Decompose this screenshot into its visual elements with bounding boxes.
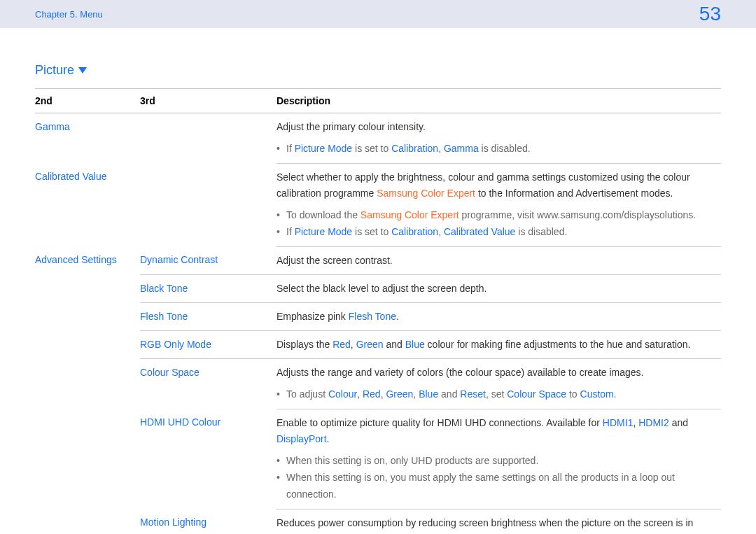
- cell-2nd: Gamma: [35, 113, 140, 164]
- cell-desc: Adjust the primary colour intensity.: [276, 113, 721, 139]
- cell-3rd: Flesh Tone: [140, 302, 276, 330]
- cell-desc: Adjust the screen contrast.: [276, 246, 721, 274]
- page-number: 53: [699, 3, 721, 25]
- bullet-item: If Picture Mode is set to Calibration, C…: [276, 224, 715, 241]
- cell-3rd: Motion Lighting: [140, 509, 276, 534]
- cell-3rd: [140, 113, 276, 164]
- cell-desc: To adjust Colour, Red, Green, Blue and R…: [276, 384, 721, 409]
- cell-desc: To download the Samsung Color Expert pro…: [276, 204, 721, 246]
- cell-desc: Reduces power consumption by reducing sc…: [276, 509, 721, 534]
- menu-table: 2nd 3rd Description Gamma Adjust the pri…: [35, 88, 721, 534]
- cell-3rd: RGB Only Mode: [140, 330, 276, 358]
- table-row: Gamma Adjust the primary colour intensit…: [35, 113, 721, 139]
- cell-3rd: Colour Space: [140, 359, 276, 409]
- cell-desc: Adjusts the range and variety of colors …: [276, 359, 721, 384]
- content: Picture 2nd 3rd Description Gamma Adjust…: [0, 28, 756, 534]
- bullet-item: To download the Samsung Color Expert pro…: [276, 207, 715, 224]
- header-2nd: 2nd: [35, 89, 140, 113]
- cell-3rd: Black Tone: [140, 274, 276, 302]
- dropdown-icon: [78, 67, 87, 73]
- cell-2nd: Calibrated Value: [35, 163, 140, 246]
- chapter-title: Chapter 5. Menu: [35, 9, 103, 20]
- table-header-row: 2nd 3rd Description: [35, 89, 721, 113]
- cell-desc: Emphasize pink Flesh Tone.: [276, 302, 721, 330]
- bullet-item: To adjust Colour, Red, Green, Blue and R…: [276, 386, 715, 403]
- bullet-item: When this setting is on, you must apply …: [276, 470, 715, 503]
- cell-3rd: HDMI UHD Colour: [140, 409, 276, 509]
- cell-desc: When this setting is on, only UHD produc…: [276, 450, 721, 509]
- table-row: Calibrated Value Select whether to apply…: [35, 163, 721, 204]
- cell-desc: Select the black level to adjust the scr…: [276, 274, 721, 302]
- cell-desc: If Picture Mode is set to Calibration, G…: [276, 138, 721, 163]
- header-bar: Chapter 5. Menu 53: [0, 0, 756, 28]
- cell-3rd: Dynamic Contrast: [140, 246, 276, 274]
- header-3rd: 3rd: [140, 89, 276, 113]
- header-description: Description: [276, 89, 721, 113]
- cell-desc: Enable to optimize picture quality for H…: [276, 409, 721, 450]
- bullet-item: If Picture Mode is set to Calibration, G…: [276, 141, 715, 157]
- cell-2nd: Advanced Settings: [35, 246, 140, 534]
- cell-3rd: [140, 163, 276, 246]
- section-title[interactable]: Picture: [35, 63, 721, 78]
- cell-desc: Select whether to apply the brightness, …: [276, 163, 721, 204]
- table-row: Advanced Settings Dynamic Contrast Adjus…: [35, 246, 721, 274]
- bullet-item: When this setting is on, only UHD produc…: [276, 453, 715, 470]
- cell-desc: Displays the Red, Green and Blue colour …: [276, 330, 721, 358]
- section-title-text: Picture: [35, 63, 74, 78]
